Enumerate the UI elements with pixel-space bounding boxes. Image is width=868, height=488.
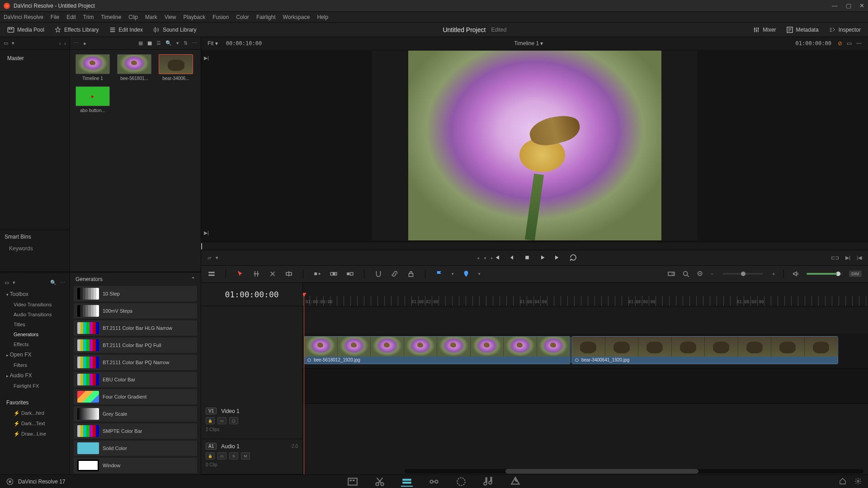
edit-index-button[interactable]: Edit Index [106, 24, 146, 35]
track-solo-button[interactable]: S [229, 452, 238, 460]
clip-options-icon[interactable]: ⋯ [192, 40, 197, 46]
fx-fav-item[interactable]: ⚡ Dark...hird [0, 408, 70, 418]
menu-view[interactable]: View [165, 14, 176, 20]
effects-library-button[interactable]: Effects Library [52, 24, 101, 35]
zoom-out-icon[interactable]: − [711, 271, 713, 277]
track-tag-v1[interactable]: V1 [206, 408, 217, 414]
dynamic-trim-icon[interactable] [269, 270, 277, 278]
fx-tree-generators[interactable]: Generators [0, 329, 70, 339]
track-auto-select-button[interactable]: ▭ [217, 417, 226, 424]
fx-tree-openfx[interactable]: Open FX [0, 349, 70, 360]
page-tab-deliver[interactable] [509, 477, 521, 487]
clip-view-grid-icon[interactable]: ▦ [147, 40, 152, 46]
menu-workspace[interactable]: Workspace [283, 14, 310, 20]
media-pool-button[interactable]: Media Pool [5, 24, 47, 35]
viewer-fit-dropdown[interactable]: Fit ▾ [208, 40, 218, 47]
selection-tool-icon[interactable] [236, 270, 244, 278]
fx-list-collapse-icon[interactable]: ⌃ [191, 276, 195, 282]
page-tab-edit[interactable] [401, 477, 413, 487]
bin-layout-icon[interactable]: ▭ [4, 40, 8, 46]
timeline-body[interactable]: 01:00:00:00 01:00:02:00 01:00:04:00 01:0… [303, 283, 868, 475]
zoom-preset-icon[interactable] [667, 270, 675, 278]
menu-timeline[interactable]: Timeline [101, 14, 121, 20]
smart-bin-keywords[interactable]: Keywords [0, 244, 70, 253]
flag-dropdown-icon[interactable]: ▾ [452, 272, 454, 276]
fx-item[interactable]: BT.2111 Color Bar PQ Narrow [74, 355, 197, 370]
clip-sort-icon[interactable]: ⇅ [184, 40, 188, 46]
bin-master[interactable]: Master [5, 53, 65, 63]
marker-dropdown-icon[interactable]: ▾ [478, 272, 481, 276]
bin-dropdown-icon[interactable]: ▾ [12, 40, 14, 46]
position-lock-icon[interactable] [407, 270, 415, 278]
transform-overlay-icon[interactable]: ▱ [208, 255, 211, 261]
page-tab-cut[interactable] [374, 477, 386, 487]
go-next-edit-icon[interactable]: |◀ [857, 255, 862, 261]
playhead[interactable] [304, 296, 304, 475]
mixer-button[interactable]: Mixer [750, 24, 778, 35]
blade-tool-icon[interactable] [285, 270, 293, 278]
menu-fairlight[interactable]: Fairlight [256, 14, 276, 20]
clip-view-list-icon[interactable]: ☰ [156, 40, 161, 46]
track-mute-button[interactable]: M [241, 452, 250, 460]
clip-breadcrumb-icon[interactable]: ⋯ [74, 40, 79, 46]
fx-item[interactable]: Solid Color [74, 441, 197, 456]
marker-prev-icon[interactable]: ◂ [477, 255, 479, 260]
transform-dropdown-icon[interactable]: ▾ [216, 255, 218, 261]
window-minimize-icon[interactable]: — [832, 2, 838, 9]
snapping-icon[interactable] [374, 270, 382, 278]
track-lock-button[interactable]: 🔒 [206, 417, 215, 424]
home-icon[interactable] [839, 478, 846, 486]
timeline-clip[interactable]: bear-3400641_1920.jpg [571, 336, 838, 364]
track-lock-button[interactable]: 🔒 [206, 452, 215, 460]
track-lane-v1[interactable]: bee-5618012_1920.jpg bear-3400641_1920.j… [303, 333, 868, 369]
zoom-custom-icon[interactable] [696, 270, 704, 278]
marker-next-icon[interactable]: ▸ [491, 255, 493, 260]
match-frame-icon[interactable]: ⊏⊐ [831, 255, 839, 261]
viewer-options-icon[interactable]: ⋯ [856, 40, 862, 47]
fx-options-icon[interactable]: ⋯ [60, 280, 65, 286]
menu-edit[interactable]: Edit [66, 14, 76, 20]
replace-clip-icon[interactable] [346, 270, 354, 278]
page-tab-fairlight[interactable] [482, 477, 494, 487]
fx-item[interactable]: Window [74, 458, 197, 473]
track-disable-button[interactable]: ▢ [229, 417, 238, 424]
fx-layout-icon[interactable]: ▭ [5, 280, 9, 286]
track-lane-a1[interactable] [303, 369, 868, 404]
fx-fav-item[interactable]: ⚡ Draw...Line [0, 429, 70, 439]
bin-nav-back-icon[interactable]: ‹ [59, 41, 61, 46]
timeline-name-dropdown[interactable]: Timeline 1 ▾ [514, 40, 543, 47]
fx-item[interactable]: EBU Color Bar [74, 372, 197, 387]
bypass-fx-icon[interactable]: ⊘ [838, 40, 842, 47]
fx-tree-favorites[interactable]: Favorites [0, 397, 70, 408]
timeline-clip[interactable]: bee-5618012_1920.jpg [304, 336, 571, 364]
menu-color[interactable]: Color [236, 14, 249, 20]
menu-davinci[interactable]: DaVinci Resolve [4, 14, 43, 20]
clip-search-icon[interactable]: 🔍 [165, 40, 172, 46]
loop-button[interactable] [569, 253, 577, 262]
timeline-view-options-icon[interactable] [208, 270, 216, 278]
menu-trim[interactable]: Trim [83, 14, 94, 20]
marker-icon[interactable] [462, 270, 470, 278]
trim-tool-icon[interactable] [252, 270, 260, 278]
fx-item[interactable]: BT.2111 Color Bar PQ Full [74, 338, 197, 353]
fx-search-icon[interactable]: 🔍 [50, 280, 57, 286]
fx-tree-toolbox[interactable]: Toolbox [0, 289, 70, 300]
insert-clip-icon[interactable] [313, 270, 321, 278]
menu-help[interactable]: Help [317, 14, 328, 20]
fx-item[interactable]: 100mV Steps [74, 303, 197, 319]
viewer-jump-end-icon[interactable]: ▶| [204, 230, 210, 236]
fx-tree-fairlightfx[interactable]: Fairlight FX [0, 381, 70, 391]
clip-view-filmstrip-icon[interactable]: ▦ [138, 40, 143, 46]
fx-tree-effects[interactable]: Effects [0, 339, 70, 349]
zoom-full-icon[interactable] [682, 270, 690, 278]
timeline-ruler[interactable]: 01:00:00:00 01:00:02:00 01:00:04:00 01:0… [303, 283, 868, 306]
menu-file[interactable]: File [51, 14, 59, 20]
zoom-slider[interactable] [722, 273, 763, 275]
menu-playback[interactable]: Playback [183, 14, 205, 20]
clip-search-dropdown-icon[interactable]: ▾ [176, 40, 179, 46]
track-tag-a1[interactable]: A1 [206, 443, 217, 450]
go-first-button[interactable] [492, 253, 500, 262]
track-head-a1[interactable]: A1 Audio 1 2.0 🔒 ▭ S M 0 Clip [201, 439, 302, 474]
mute-icon[interactable] [792, 270, 800, 278]
clip-thumb[interactable]: bee-561801... [116, 54, 152, 81]
